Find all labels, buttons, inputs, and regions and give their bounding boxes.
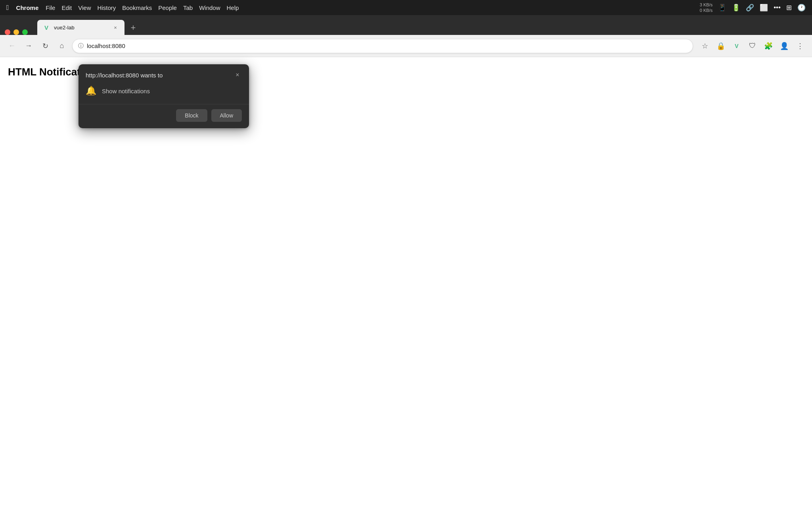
apple-menu[interactable]:  (6, 4, 9, 12)
back-button[interactable]: ← (6, 40, 18, 52)
menubar-control-icon: ⊞ (786, 4, 792, 12)
menu-history[interactable]: History (98, 4, 116, 11)
block-button[interactable]: Block (176, 109, 207, 122)
menu-people[interactable]: People (158, 4, 177, 11)
address-bar: ← → ↻ ⌂ ⓘ localhost:8080 ☆ 🔒 V 🛡 🧩 👤 ⋮ (0, 35, 812, 57)
popup-header: http://localhost:8080 wants to × (79, 64, 249, 83)
toolbar-icons: ☆ 🔒 V 🛡 🧩 👤 ⋮ (699, 40, 806, 52)
url-bar[interactable]: ⓘ localhost:8080 (72, 39, 693, 53)
menu-window[interactable]: Window (199, 4, 220, 11)
url-text: localhost:8080 (87, 42, 125, 49)
menu-tab[interactable]: Tab (183, 4, 193, 11)
popup-actions: Block Allow (79, 104, 249, 128)
shield-extension-icon[interactable]: 🛡 (746, 40, 759, 52)
page-content: HTML Notification http://localhost:8080 … (0, 57, 812, 508)
menu-view[interactable]: View (78, 4, 91, 11)
reload-button[interactable]: ↻ (39, 40, 52, 52)
tab-bar: V vue2-lab × + (0, 15, 812, 35)
menu-help[interactable]: Help (227, 4, 239, 11)
popup-body: 🔔 Show notifications (79, 83, 249, 104)
popup-description: Show notifications (102, 88, 150, 94)
network-stats: 3 KB/s 0 KB/s (700, 2, 712, 13)
menubar-time-icon: 🕐 (797, 4, 806, 12)
menu-bar-right: 3 KB/s 0 KB/s 📱 🔋 🔗 ⬜ ••• ⊞ 🕐 (700, 2, 806, 13)
forward-button[interactable]: → (22, 40, 35, 52)
chrome-lock-icon[interactable]: 🔒 (714, 40, 727, 52)
bell-icon: 🔔 (86, 86, 96, 96)
phone-icon: 📱 (718, 4, 726, 12)
chrome-menu-button[interactable]: ⋮ (794, 40, 806, 52)
profile-avatar[interactable]: 👤 (778, 40, 791, 52)
home-button[interactable]: ⌂ (56, 40, 68, 52)
allow-button[interactable]: Allow (211, 109, 242, 122)
close-traffic-light[interactable] (5, 29, 10, 35)
menubar-extra-icon: ⬜ (760, 4, 768, 12)
new-tab-button[interactable]: + (126, 21, 140, 35)
extensions-icon[interactable]: 🧩 (762, 40, 775, 52)
popup-close-button[interactable]: × (233, 71, 242, 79)
url-domain: localhost:8080 (87, 42, 125, 49)
app-name[interactable]: Chrome (16, 4, 39, 11)
active-tab[interactable]: V vue2-lab × (37, 20, 124, 35)
menu-edit[interactable]: Edit (61, 4, 72, 11)
menu-bookmarks[interactable]: Bookmarks (122, 4, 152, 11)
menu-file[interactable]: File (46, 4, 55, 11)
vuejs-extension-icon[interactable]: V (730, 40, 743, 52)
popup-title: http://localhost:8080 wants to (86, 72, 163, 79)
security-icon: ⓘ (78, 42, 84, 50)
maximize-traffic-light[interactable] (22, 29, 28, 35)
menubar-dots-icon: ••• (774, 4, 781, 12)
notification-permission-popup: http://localhost:8080 wants to × 🔔 Show … (79, 64, 249, 128)
battery-icon: 🔋 (732, 4, 740, 12)
link-icon: 🔗 (746, 4, 754, 12)
tab-close-button[interactable]: × (112, 24, 119, 31)
traffic-lights (5, 29, 28, 35)
tab-title: vue2-lab (54, 25, 108, 31)
tab-favicon: V (43, 24, 50, 31)
bookmark-icon[interactable]: ☆ (699, 40, 711, 52)
menu-bar:  Chrome File Edit View History Bookmark… (0, 0, 812, 15)
minimize-traffic-light[interactable] (13, 29, 19, 35)
